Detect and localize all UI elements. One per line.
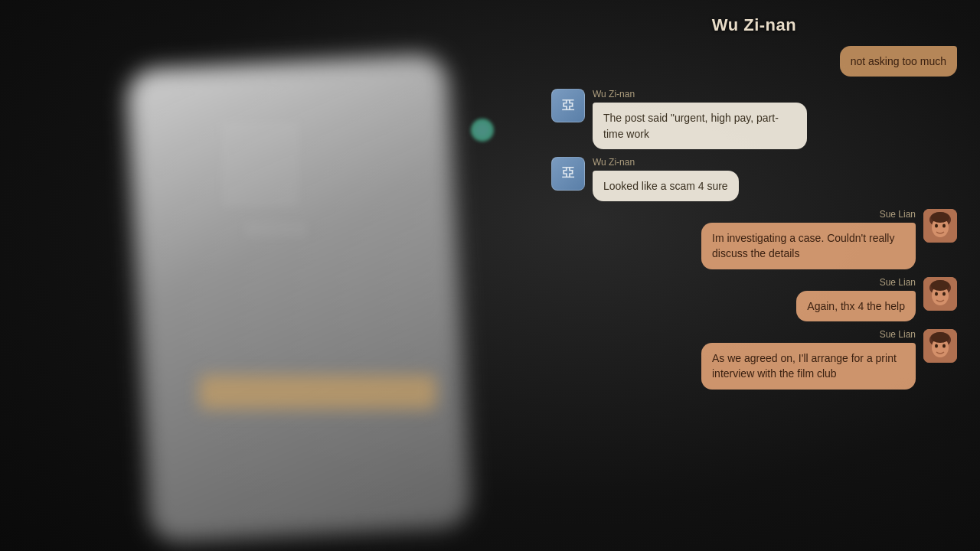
sender-label-3: Wu Zi-nan — [593, 157, 739, 168]
sue-avatar-svg-3 — [923, 329, 957, 363]
phone-message-blur — [199, 375, 436, 409]
message-bubble-4: Im investigating a case. Couldn't really… — [701, 223, 916, 269]
svg-point-4 — [942, 224, 946, 228]
sender-label-4: Sue Lian — [701, 209, 916, 220]
avatar-sue-1 — [923, 209, 957, 243]
sue-avatar-svg-1 — [923, 209, 957, 243]
phone-blur — [126, 53, 472, 543]
sue-avatar-svg-2 — [923, 277, 957, 311]
wu-symbol-1: 亞 — [562, 98, 574, 114]
avatar-sue-2 — [923, 277, 957, 311]
message-bubble-5: Again, thx 4 the help — [796, 291, 916, 321]
messages-container: not asking too much 亞 Wu Zi-nan The post… — [551, 46, 957, 536]
svg-point-10 — [942, 292, 946, 295]
message-content-4: Sue Lian Im investigating a case. Couldn… — [701, 209, 916, 269]
svg-point-5 — [931, 212, 949, 223]
svg-point-15 — [935, 344, 938, 348]
message-bubble-6: As we agreed on, I'll arrange for a prin… — [701, 343, 916, 390]
sender-label-2: Wu Zi-nan — [593, 89, 807, 99]
avatar-sue-3 — [923, 329, 957, 363]
avatar-wu-1: 亞 — [551, 89, 585, 122]
message-bubble-1: not asking too much — [840, 46, 957, 77]
svg-point-3 — [935, 224, 938, 228]
message-row-4: Sue Lian Im investigating a case. Couldn… — [551, 209, 957, 269]
message-row-2: 亞 Wu Zi-nan The post said "urgent, high … — [551, 89, 957, 149]
svg-point-17 — [931, 332, 949, 343]
avatar-wu-2: 亞 — [551, 157, 585, 191]
message-content-5: Sue Lian Again, thx 4 the help — [796, 277, 916, 321]
chat-panel: Wu Zi-nan not asking too much 亞 Wu Zi-na… — [536, 0, 980, 551]
chat-contact-name: Wu Zi-nan — [712, 15, 796, 34]
sender-label-5: Sue Lian — [796, 277, 916, 288]
message-content-2: Wu Zi-nan The post said "urgent, high pa… — [593, 89, 807, 149]
green-dot — [471, 119, 494, 142]
svg-point-16 — [942, 344, 946, 348]
message-row-5: Sue Lian Again, thx 4 the help — [551, 277, 957, 321]
wu-symbol-2: 亞 — [562, 165, 574, 181]
message-row-6: Sue Lian As we agreed on, I'll arrange f… — [551, 329, 957, 390]
sender-label-6: Sue Lian — [701, 329, 916, 340]
message-row-1: not asking too much — [551, 46, 957, 77]
chat-header: Wu Zi-nan — [551, 15, 957, 35]
message-content-3: Wu Zi-nan Looked like a scam 4 sure — [593, 157, 739, 201]
message-bubble-2: The post said "urgent, high pay, part-ti… — [593, 103, 807, 149]
svg-point-11 — [931, 280, 949, 291]
message-row-3: 亞 Wu Zi-nan Looked like a scam 4 sure — [551, 157, 957, 201]
message-content-6: Sue Lian As we agreed on, I'll arrange f… — [701, 329, 916, 390]
message-bubble-3: Looked like a scam 4 sure — [593, 171, 739, 201]
svg-point-9 — [935, 292, 938, 295]
